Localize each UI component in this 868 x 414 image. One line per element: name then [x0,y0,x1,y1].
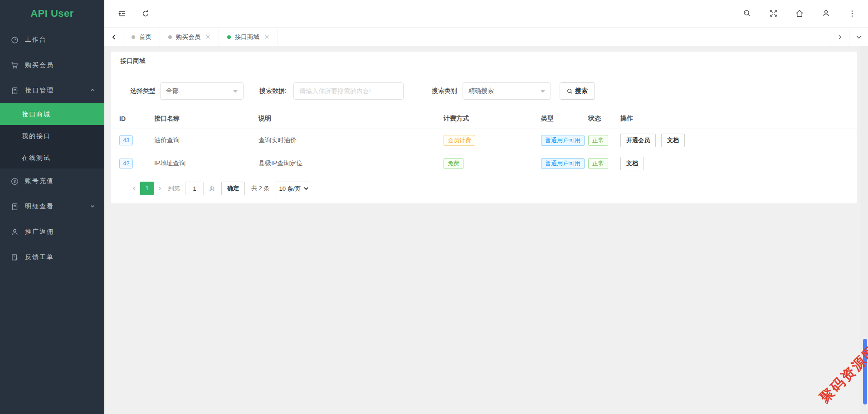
total-count-label: 共 2 条 [251,184,269,193]
yen-circle-icon [11,178,19,185]
tab-label: 接口商城 [235,33,259,41]
type-select[interactable]: 全部 [160,82,244,100]
sidebar-item-api-mall[interactable]: 接口商城 [0,103,104,125]
docs-button[interactable]: 文档 [620,157,644,170]
column-header-actions: 操作 [620,109,857,129]
refresh-icon[interactable] [141,9,151,19]
page-number-button[interactable]: 1 [140,182,154,195]
tabs-scroll-right-button[interactable] [830,28,849,46]
dashboard-icon [11,36,19,44]
tab-home[interactable]: 首页 [123,28,160,46]
prev-page-icon[interactable] [128,182,140,195]
filter-row: 选择类型 全部 搜索数据: 搜索类别 精确搜索 搜索 [111,70,857,109]
menu-fold-icon[interactable] [117,9,127,19]
sidebar-submenu: 接口商城 我的接口 在线测试 [0,103,104,168]
scrollbar-thumb[interactable] [863,339,867,404]
column-header-billing: 计费方式 [444,109,541,129]
dropdown-arrow-icon [541,90,545,95]
search-icon[interactable] [742,9,752,19]
tabs-scroll-left-button[interactable] [104,28,123,46]
document-icon [11,203,19,211]
page-unit-label: 页 [209,184,215,193]
type-badge: 普通用户可用 [541,158,585,169]
next-page-icon[interactable] [154,182,166,195]
sidebar-item-my-apis[interactable]: 我的接口 [0,125,104,147]
status-badge: 正常 [588,135,608,146]
pagination: 1 到第 页 确定 共 2 条 10 条/页 [111,175,857,203]
sidebar-item-label: 账号充值 [25,177,54,185]
sidebar-item-label: 购买会员 [25,61,54,69]
search-button-label: 搜索 [575,87,588,95]
sidebar-item-label: 工作台 [25,36,47,44]
home-icon[interactable] [795,9,805,19]
sidebar-item-feedback[interactable]: ? 反馈工单 [0,245,104,270]
content-area: 接口商城 选择类型 全部 搜索数据: 搜索类别 精确搜索 搜索 [104,46,868,414]
tabs-menu-dropdown-button[interactable] [849,28,868,46]
sidebar-item-label: 反馈工单 [25,253,54,261]
id-badge: 42 [119,159,133,168]
svg-text:?: ? [13,255,15,258]
page-title: 接口商城 [111,52,857,70]
billing-badge: 会员计费 [444,135,475,146]
tab-buy-membership[interactable]: 购买会员 [160,28,219,46]
type-select-value: 全部 [166,87,179,95]
topbar [104,0,868,27]
api-mall-card: 接口商城 选择类型 全部 搜索数据: 搜索类别 精确搜索 搜索 [111,52,857,203]
column-header-id: ID [111,109,154,129]
api-name-cell: IP地址查询 [154,152,258,175]
search-category-label: 搜索类别 [432,87,457,95]
billing-badge: 免费 [444,158,463,169]
search-data-label: 搜索数据: [259,87,287,95]
column-header-status: 状态 [588,109,620,129]
close-icon[interactable] [205,34,210,39]
main-area: 首页 购买会员 接口商城 接口商城 选择类型 [104,0,868,414]
sidebar-item-label: 接口管理 [25,87,54,95]
table-row: 43 油价查询 查询实时油价 会员计费 普通用户可用 正常 开通会员 文档 [111,129,857,152]
sidebar-item-promotion[interactable]: 推广返佣 [0,219,104,245]
goto-label: 到第 [168,184,180,193]
more-kebab-icon[interactable] [847,9,857,19]
column-header-desc: 说明 [258,109,444,129]
chevron-up-icon [90,87,95,94]
ticket-icon: ? [11,254,19,261]
tab-dot [168,35,172,39]
type-badge: 普通用户可用 [541,135,585,146]
app-logo: API User [0,0,104,27]
sidebar-item-label: 推广返佣 [25,228,54,236]
fullscreen-icon[interactable] [768,9,778,19]
api-desc-cell: 县级IP查询定位 [258,152,444,175]
sidebar-item-api-management[interactable]: 接口管理 [0,78,104,103]
page-size-select[interactable]: 10 条/页 [275,182,310,195]
close-icon[interactable] [264,34,269,39]
confirm-page-button[interactable]: 确定 [221,182,245,195]
category-select-value: 精确搜索 [468,87,494,95]
open-membership-button[interactable]: 开通会员 [620,134,656,147]
search-button[interactable]: 搜索 [560,82,595,100]
table-row: 42 IP地址查询 县级IP查询定位 免费 普通用户可用 正常 文档 [111,152,857,175]
search-input[interactable] [293,82,404,100]
dropdown-arrow-icon [233,90,238,95]
sidebar-item-buy-membership[interactable]: 购买会员 [0,53,104,78]
tabbar-spacer [278,28,830,46]
sidebar-item-workbench[interactable]: 工作台 [0,27,104,53]
column-header-type: 类型 [541,109,588,129]
type-filter-label: 选择类型 [130,87,156,95]
sidebar: API User 工作台 购买会员 接口管理 接口商城 我的接口 在线测试 账号… [0,0,104,414]
cart-icon [11,62,19,69]
topbar-right-icons [726,9,857,19]
docs-button[interactable]: 文档 [661,134,685,147]
sidebar-item-detail-view[interactable]: 明细查看 [0,194,104,219]
page-number-input[interactable] [185,182,204,195]
table-header-row: ID 接口名称 说明 计费方式 类型 状态 操作 [111,109,857,129]
sidebar-item-recharge[interactable]: 账号充值 [0,168,104,194]
user-icon[interactable] [821,9,831,19]
user-icon [11,228,19,236]
chevron-down-icon [90,203,95,210]
tab-api-mall[interactable]: 接口商城 [219,28,278,46]
search-category-select[interactable]: 精确搜索 [463,82,551,100]
sidebar-item-label: 明细查看 [25,202,54,211]
tab-label: 首页 [139,33,151,41]
sidebar-item-online-test[interactable]: 在线测试 [0,147,104,168]
tab-label: 购买会员 [176,33,200,41]
api-desc-cell: 查询实时油价 [258,129,444,152]
